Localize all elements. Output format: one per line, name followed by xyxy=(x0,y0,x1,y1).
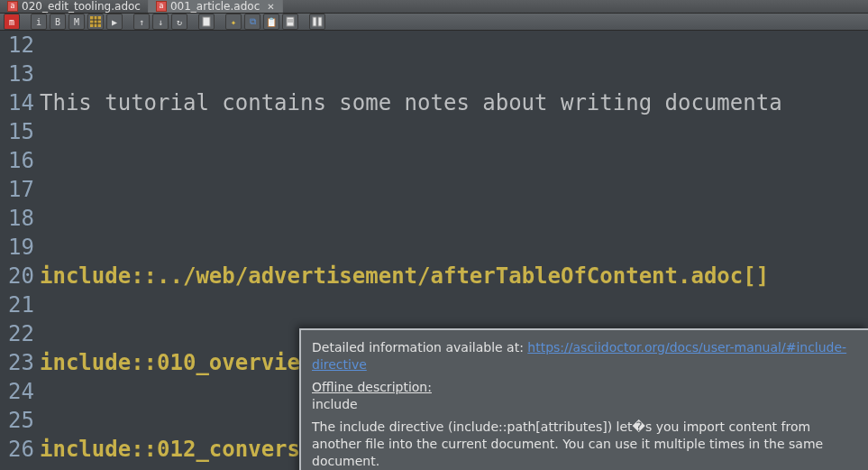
marker-button[interactable]: M xyxy=(69,14,85,30)
line-number: 24 xyxy=(0,377,34,406)
line-number-gutter: 12 13 14 15 16 17 18 19 20 21 22 23 24 2… xyxy=(0,31,40,470)
columns-button[interactable] xyxy=(309,14,325,30)
editor-toolbar: m i B M ▶ ↑ ↓ ↻ ✦ ⧉ 📋 xyxy=(0,14,868,31)
tab-bar: a 020_edit_tooling.adoc a 001_article.ad… xyxy=(0,0,868,14)
refresh-icon: ↻ xyxy=(177,17,182,27)
line-number: 26 xyxy=(0,435,34,464)
tooltip-body: The include directive (include::path[att… xyxy=(312,419,857,470)
line-number: 19 xyxy=(0,233,34,262)
table-icon xyxy=(90,16,101,27)
doc-button[interactable] xyxy=(282,14,298,30)
copy-button[interactable]: ⧉ xyxy=(244,14,260,30)
tab-label: 020_edit_tooling.adoc xyxy=(22,0,141,13)
line-number: 13 xyxy=(0,60,34,88)
tab-001-article[interactable]: a 001_article.adoc ✕ xyxy=(149,0,283,13)
tooltip-intro: Detailed information available at: https… xyxy=(312,339,857,373)
run-button[interactable]: ▶ xyxy=(106,14,123,30)
line-number: 25 xyxy=(0,406,34,435)
columns-icon xyxy=(312,16,323,27)
line-number: 16 xyxy=(0,146,34,175)
line-number: 22 xyxy=(0,319,34,348)
close-tab-icon[interactable]: ✕ xyxy=(267,2,274,12)
hover-documentation-tooltip: Detailed information available at: https… xyxy=(299,328,868,470)
line-number: 20 xyxy=(0,262,34,290)
copy-icon: ⧉ xyxy=(250,16,256,27)
monospace-button[interactable]: m xyxy=(4,14,20,30)
svg-rect-5 xyxy=(203,17,210,26)
new-button[interactable]: ✦ xyxy=(225,14,242,30)
svg-rect-9 xyxy=(313,17,316,26)
move-down-button[interactable]: ↓ xyxy=(152,14,169,30)
sparkle-icon: ✦ xyxy=(231,17,236,27)
line-number: 15 xyxy=(0,117,34,146)
move-up-button[interactable]: ↑ xyxy=(133,14,150,30)
refresh-button[interactable]: ↻ xyxy=(171,14,187,30)
editor-window: a 020_edit_tooling.adoc a 001_article.ad… xyxy=(0,0,868,470)
document-icon xyxy=(285,16,296,27)
tooltip-directive-name: include xyxy=(312,397,358,411)
code-line[interactable] xyxy=(40,175,868,204)
bold-button[interactable]: B xyxy=(50,14,66,30)
page-button[interactable] xyxy=(198,14,215,30)
page-icon xyxy=(201,16,212,27)
line-number: 14 xyxy=(0,88,34,117)
arrow-down-icon: ↓ xyxy=(158,17,163,27)
svg-rect-10 xyxy=(318,17,322,26)
line-number: 12 xyxy=(0,31,34,60)
line-number: 21 xyxy=(0,290,34,319)
arrow-up-icon: ↑ xyxy=(139,17,144,27)
tooltip-offline-heading: Offline description: xyxy=(312,380,432,394)
paste-button[interactable]: 📋 xyxy=(263,14,279,30)
asciidoc-file-icon: a xyxy=(7,1,18,12)
line-number: 17 xyxy=(0,175,34,204)
code-editor[interactable]: 12 13 14 15 16 17 18 19 20 21 22 23 24 2… xyxy=(0,31,868,470)
tab-label: 001_article.adoc xyxy=(170,0,260,13)
svg-rect-0 xyxy=(90,16,101,27)
asciidoc-file-icon: a xyxy=(156,1,167,12)
italic-button[interactable]: i xyxy=(31,14,47,30)
play-icon: ▶ xyxy=(112,17,117,27)
table-button[interactable] xyxy=(87,14,104,30)
clipboard-icon: 📋 xyxy=(266,17,277,27)
code-line[interactable]: include::../web/advertisement/afterTable… xyxy=(40,262,868,290)
tab-020-edit-tooling[interactable]: a 020_edit_tooling.adoc xyxy=(0,0,149,13)
line-number: 18 xyxy=(0,204,34,233)
code-line[interactable]: This tutorial contains some notes about … xyxy=(40,88,868,117)
line-number: 23 xyxy=(0,348,34,377)
